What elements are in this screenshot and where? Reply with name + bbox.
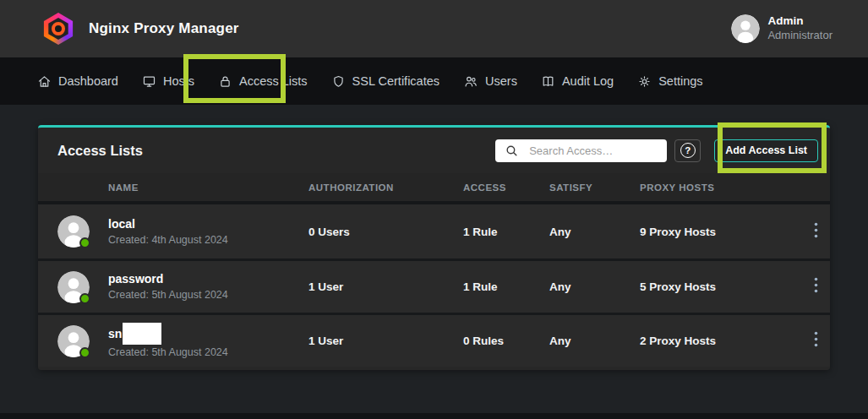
access-value: 1 Rule bbox=[463, 280, 549, 293]
kebab-menu-icon[interactable] bbox=[809, 274, 823, 300]
column-access: ACCESS bbox=[463, 182, 549, 193]
nav-item-access-lists[interactable]: Access Lists bbox=[218, 74, 308, 89]
satisfy-value: Any bbox=[549, 335, 640, 347]
table-row[interactable]: sn Created: 5th August 2024 1 User 0 Rul… bbox=[38, 313, 830, 367]
help-button[interactable]: ? bbox=[674, 139, 701, 162]
nav-item-dashboard[interactable]: Dashboard bbox=[37, 74, 118, 89]
user-role: Administrator bbox=[767, 29, 833, 42]
access-lists-panel: Access Lists ? Add Access List NAME AUTH… bbox=[38, 125, 830, 370]
app-header: Nginx Proxy Manager Admin Administrator bbox=[0, 0, 868, 57]
proxy-hosts-value: 2 Proxy Hosts bbox=[640, 335, 802, 347]
home-icon bbox=[37, 74, 52, 89]
gear-icon bbox=[637, 74, 652, 89]
column-proxy-hosts: PROXY HOSTS bbox=[640, 182, 802, 193]
authorization-value: 0 Users bbox=[308, 226, 463, 238]
avatar bbox=[57, 271, 90, 303]
user-menu[interactable]: Admin Administrator bbox=[731, 14, 833, 43]
proxy-hosts-value: 5 Proxy Hosts bbox=[640, 280, 802, 293]
book-icon bbox=[541, 74, 555, 89]
search-input[interactable] bbox=[495, 139, 667, 162]
avatar bbox=[57, 215, 90, 248]
user-avatar bbox=[731, 14, 760, 43]
satisfy-value: Any bbox=[549, 226, 640, 238]
bottom-strip bbox=[0, 413, 868, 419]
app-title: Nginx Proxy Manager bbox=[89, 20, 239, 37]
created-date: Created: 4th August 2024 bbox=[108, 233, 228, 248]
access-list-name: password bbox=[108, 271, 228, 287]
add-access-list-button[interactable]: Add Access List bbox=[714, 139, 818, 162]
access-value: 1 Rule bbox=[463, 226, 549, 238]
table-row[interactable]: password Created: 5th August 2024 1 User… bbox=[38, 258, 830, 313]
kebab-menu-icon[interactable] bbox=[809, 328, 823, 354]
user-name: Admin bbox=[767, 14, 833, 29]
shield-icon bbox=[331, 74, 346, 89]
access-list-name: sn bbox=[108, 327, 122, 340]
authorization-value: 1 User bbox=[308, 280, 463, 293]
kebab-menu-icon[interactable] bbox=[809, 219, 823, 245]
column-satisfy: SATISFY bbox=[549, 182, 640, 193]
nav-item-hosts[interactable]: Hosts bbox=[142, 74, 194, 89]
avatar bbox=[57, 325, 90, 357]
nav-item-settings[interactable]: Settings bbox=[637, 74, 702, 89]
table-header: NAME AUTHORIZATION ACCESS SATISFY PROXY … bbox=[38, 173, 830, 204]
access-value: 0 Rules bbox=[463, 335, 549, 347]
lock-icon bbox=[218, 74, 232, 89]
nav-item-users[interactable]: Users bbox=[463, 74, 517, 89]
search-icon bbox=[505, 144, 519, 161]
page-title: Access Lists bbox=[57, 143, 143, 159]
nav-item-ssl-certificates[interactable]: SSL Certificates bbox=[331, 74, 439, 89]
satisfy-value: Any bbox=[549, 280, 640, 293]
help-icon: ? bbox=[680, 143, 696, 158]
nginx-proxy-manager-logo-icon bbox=[42, 13, 74, 45]
redaction-box bbox=[123, 323, 161, 345]
column-name: NAME bbox=[38, 182, 308, 193]
table-row[interactable]: local Created: 4th August 2024 0 Users 1… bbox=[38, 204, 830, 258]
access-list-name: local bbox=[108, 216, 228, 232]
proxy-hosts-value: 9 Proxy Hosts bbox=[640, 226, 802, 238]
nav-item-audit-log[interactable]: Audit Log bbox=[541, 74, 614, 89]
authorization-value: 1 User bbox=[308, 335, 463, 347]
created-date: Created: 5th August 2024 bbox=[108, 288, 228, 302]
main-nav: Dashboard Hosts Access Lists SSL Certifi… bbox=[0, 57, 868, 105]
monitor-icon bbox=[142, 74, 156, 89]
status-dot bbox=[79, 293, 90, 304]
users-icon bbox=[463, 74, 478, 89]
column-authorization: AUTHORIZATION bbox=[308, 182, 463, 193]
created-date: Created: 5th August 2024 bbox=[108, 346, 228, 360]
status-dot bbox=[79, 237, 90, 248]
status-dot bbox=[79, 347, 90, 358]
